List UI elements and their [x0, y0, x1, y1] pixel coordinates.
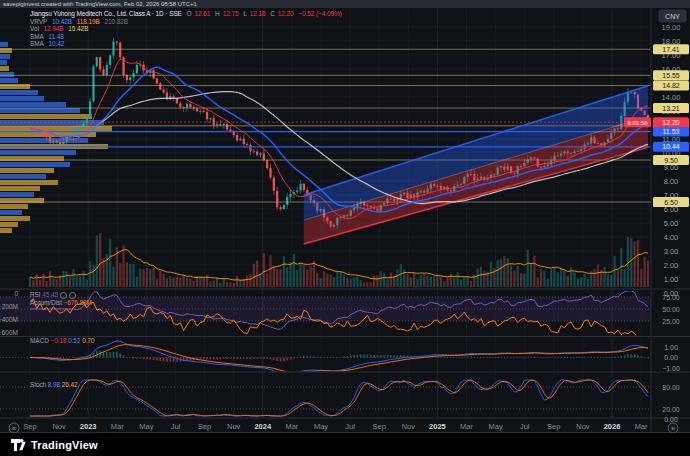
volume-value-2: 15.42B	[68, 25, 88, 32]
macd-tick-label: 1.00	[664, 344, 678, 351]
time-tick-label: 2026	[604, 422, 621, 431]
stoch-legend[interactable]: Stoch 8.98 26.42	[30, 381, 78, 389]
ohlc-high-label: H	[215, 10, 220, 17]
vrvp-legend-row[interactable]: VRVP 10.42B 118.19B 210.82B	[30, 18, 345, 26]
macd-line-value: 0.52	[68, 337, 80, 344]
volume-label: Vol	[30, 25, 39, 32]
stoch-tick-label: 0.00	[664, 416, 678, 423]
macd-tick-label: −1.00	[662, 365, 680, 372]
price-level-label: 14.82	[653, 81, 689, 91]
price-tick-label: 18.00	[662, 37, 681, 46]
change-value: −0.52 (−4.09%)	[298, 10, 341, 17]
macd-hist-value: −0.18	[50, 337, 66, 344]
rsi-value: 45.45	[42, 291, 58, 298]
volume-value-1: 12.94B	[43, 25, 63, 32]
time-tick-label: Sep	[23, 422, 36, 431]
price-tick-label: 3.00	[664, 247, 679, 256]
price-tick-label: 14.00	[662, 93, 681, 102]
tradingview-chart-window: savepiginvest created with TradingView.c…	[0, 0, 690, 456]
sma2-label: SMA	[30, 40, 44, 47]
accdist-tick-label: −400M	[0, 316, 18, 323]
blue-level-label: 11.53	[653, 127, 689, 137]
tradingview-logo-icon[interactable]	[10, 438, 26, 451]
scroll-to-realtime-icon[interactable]: »	[671, 425, 675, 432]
footer-bar: TradingView	[0, 433, 690, 456]
rsi-legend[interactable]: RSI 45.45	[30, 291, 78, 299]
ohlc-low-label: L	[243, 10, 247, 17]
time-tick-label: Nov	[576, 422, 590, 431]
sma1-value: 11.48	[49, 33, 64, 40]
watermark-bar: savepiginvest created with TradingView.c…	[0, 0, 690, 8]
rsi-tick-label: 25.00	[662, 318, 680, 325]
accdist-tick-label: −600M	[0, 329, 18, 336]
vrvp-value-1: 10.42B	[52, 18, 72, 25]
sma1-legend-row[interactable]: SMA 11.48	[30, 33, 345, 41]
ohlc-high-value: 12.75	[223, 10, 239, 17]
stoch-d-value: 26.42	[62, 381, 78, 388]
chart-canvas[interactable]: 19.0018.0017.0016.0015.0014.0013.0012.00…	[0, 0, 690, 456]
time-tick-label: May	[314, 422, 328, 431]
time-tick-label: 2023	[80, 422, 97, 431]
time-tick-label: Nov	[227, 422, 241, 431]
rsi-settings-icon[interactable]	[69, 292, 76, 299]
rsi-eye-icon[interactable]	[60, 292, 67, 299]
price-level-label-text: 17.41	[662, 46, 680, 53]
sma1-label: SMA	[30, 33, 44, 40]
stoch-k-line	[30, 380, 648, 416]
scroll-to-realtime-button[interactable]: »	[668, 423, 678, 433]
time-tick-label: Jul	[345, 422, 355, 431]
accdist-legend[interactable]: Accum/Dist −676.88M	[30, 299, 92, 307]
accdist-tick-label: 0	[14, 290, 18, 297]
time-axis[interactable]: SepNov2023MarMayJulSepNov2024MarMayJulSe…	[9, 422, 678, 433]
currency-button-text[interactable]: CNY	[665, 13, 680, 20]
vrvp-value-3: 210.82B	[104, 18, 128, 25]
sma2-legend-row[interactable]: SMA 10.42	[30, 40, 345, 48]
time-tick-label: Sep	[547, 422, 560, 431]
time-tick-label: 2025	[429, 422, 446, 431]
time-tick-label: Mar	[460, 422, 473, 431]
macd-histogram	[29, 351, 649, 362]
price-tick-label: 19.00	[662, 23, 681, 32]
price-tick-label: 2.00	[664, 261, 679, 270]
ohlc-close-label: C	[270, 10, 275, 17]
ohlc-low-value: 12.18	[250, 10, 266, 17]
price-tick-label: 5.00	[664, 219, 679, 228]
last-price-label: 12.20	[653, 117, 689, 127]
time-tick-label: Mar	[111, 422, 124, 431]
sma2-value: 10.42	[49, 40, 65, 47]
currency-button[interactable]: CNY	[659, 10, 686, 22]
time-tick-label: Nov	[52, 422, 66, 431]
ohlc-open-value: 12.61	[195, 10, 211, 17]
jump-to-start-button[interactable]: «	[9, 423, 19, 433]
macd-label: MACD	[30, 337, 49, 344]
price-level-label: 9.50	[653, 155, 689, 165]
symbol-title-row: Jiangsu Yuhong Meditech Co., Ltd. Class …	[30, 10, 345, 18]
time-tick-label: Jul	[171, 422, 181, 431]
ohlc-open-label: O	[187, 10, 192, 17]
vrvp-label: VRVP	[30, 18, 47, 25]
macd-legend[interactable]: MACD −0.18 0.52 0.70	[30, 337, 94, 345]
ohlc-close-value: 12.20	[278, 10, 294, 17]
tradingview-wordmark[interactable]: TradingView	[31, 439, 98, 451]
jump-to-start-icon[interactable]: «	[12, 425, 16, 432]
volume-legend-row[interactable]: Vol 12.94B 15.42B	[30, 25, 345, 33]
price-level-label: 6.50	[653, 197, 689, 207]
last-price-label-text: 12.20	[662, 119, 680, 126]
time-tick-label: Sep	[198, 422, 211, 431]
blue-level-label: 10.44	[653, 142, 689, 152]
symbol-legend[interactable]: Jiangsu Yuhong Meditech Co., Ltd. Class …	[30, 10, 345, 48]
price-level-label-text: 14.82	[662, 82, 680, 89]
time-tick-label: May	[489, 422, 503, 431]
time-tick-label: Mar	[635, 422, 648, 431]
volume-profile	[0, 42, 112, 233]
price-level-label-text: 9.50	[664, 157, 678, 164]
price-tick-label: 4.00	[664, 233, 679, 242]
symbol-title[interactable]: Jiangsu Yuhong Meditech Co., Ltd. Class …	[30, 10, 182, 17]
price-level-label-text: 15.55	[662, 72, 680, 79]
price-tick-label: 1.00	[664, 275, 679, 284]
price-level-label: 13.21	[653, 103, 689, 113]
price-level-label: 15.55	[653, 70, 689, 80]
price-level-label-text: 13.21	[662, 105, 680, 112]
accdist-value: −676.88M	[64, 299, 92, 306]
macd-tick-label: 0.00	[664, 354, 678, 361]
